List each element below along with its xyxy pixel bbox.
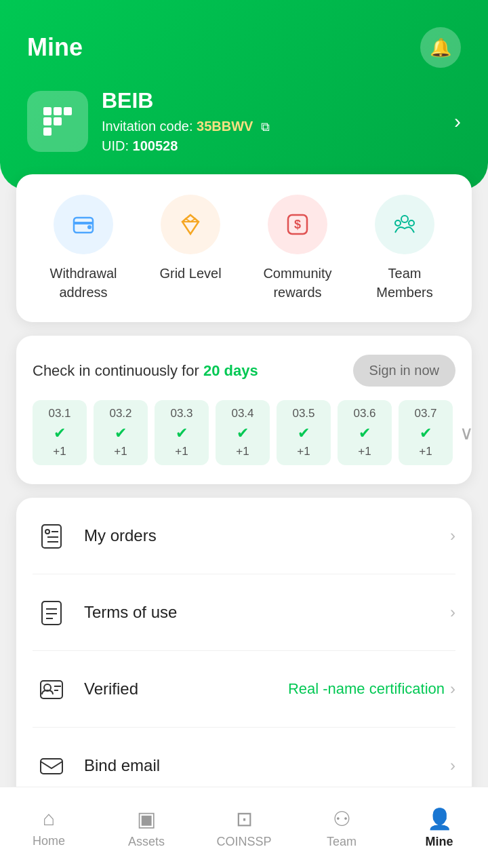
profile-invite: Invitation code: 35BBWV ⧉ — [102, 119, 454, 134]
nav-home-label: Home — [33, 834, 65, 848]
check-icon: ✔ — [99, 425, 142, 442]
day-plus: +1 — [160, 445, 203, 458]
action-team[interactable]: TeamMembers — [357, 195, 452, 302]
day-date: 03.2 — [99, 407, 142, 420]
team-nav-icon: ⚇ — [333, 807, 351, 831]
dollar-icon: $ — [285, 212, 310, 237]
menu-right-orders: › — [450, 526, 455, 545]
verified-icon — [33, 670, 70, 708]
checkin-days-row: 03.1 ✔ +1 03.2 ✔ +1 03.3 ✔ +1 03.4 ✔ +1 … — [33, 400, 455, 465]
profile-info: BEIB Invitation code: 35BBWV ⧉ UID: 1005… — [102, 88, 454, 154]
checkin-day-item: 03.1 ✔ +1 — [33, 400, 87, 465]
checkin-day-item: 03.2 ✔ +1 — [94, 400, 148, 465]
day-date: 03.4 — [221, 407, 264, 420]
checkin-day-item: 03.6 ✔ +1 — [338, 400, 392, 465]
chevron-icon-orders: › — [450, 526, 455, 545]
menu-right-terms: › — [450, 603, 455, 622]
check-icon: ✔ — [343, 425, 386, 442]
checkin-days-value: 20 days — [203, 362, 258, 379]
wallet-icon — [71, 212, 96, 237]
checkin-prefix: Check in continuously for — [33, 362, 203, 379]
uid-label: UID: — [102, 138, 129, 153]
svg-rect-21 — [41, 759, 62, 774]
svg-point-6 — [395, 220, 401, 226]
menu-label-orders: My orders — [84, 526, 450, 545]
chevron-icon-terms: › — [450, 603, 455, 622]
nav-mine[interactable]: 👤 Mine — [395, 807, 483, 849]
day-plus: +1 — [99, 445, 142, 458]
email-icon — [33, 747, 70, 785]
invite-code: 35BBWV — [197, 119, 253, 134]
bottom-nav: ⌂ Home ▣ Assets ⊡ COINSSP ⚇ Team 👤 Mine — [0, 787, 488, 868]
action-community[interactable]: $ Communityrewards — [250, 195, 345, 302]
mine-icon: 👤 — [427, 807, 452, 831]
profile-name: BEIB — [102, 88, 454, 113]
menu-item-verified[interactable]: Verified Real -name certification › — [33, 651, 455, 728]
diamond-icon — [178, 212, 203, 237]
uid-value: 100528 — [133, 138, 178, 153]
bell-button[interactable]: 🔔 — [420, 27, 461, 68]
grid-icon-wrap — [161, 195, 220, 254]
nav-coinssp[interactable]: ⊡ COINSSP — [200, 807, 288, 849]
svg-rect-17 — [41, 681, 62, 698]
chevron-icon-email: › — [450, 756, 455, 775]
menu-item-terms[interactable]: Terms of use › — [33, 574, 455, 651]
invite-label: Invitation code: — [102, 119, 193, 134]
day-plus: +1 — [404, 445, 447, 458]
nav-mine-label: Mine — [425, 835, 453, 849]
day-plus: +1 — [343, 445, 386, 458]
nav-team[interactable]: ⚇ Team — [298, 807, 386, 849]
checkin-expand-icon[interactable]: ∨ — [460, 422, 474, 444]
copy-icon: ⧉ — [261, 120, 270, 134]
checkin-day-item: 03.4 ✔ +1 — [216, 400, 270, 465]
menu-label-terms: Terms of use — [84, 603, 450, 622]
checkin-text: Check in continuously for 20 days — [33, 362, 258, 380]
check-icon: ✔ — [221, 425, 264, 442]
profile-section[interactable]: BEIB Invitation code: 35BBWV ⧉ UID: 1005… — [0, 81, 488, 174]
svg-point-7 — [409, 220, 414, 226]
home-icon: ⌂ — [43, 807, 55, 830]
menu-right-email: › — [450, 756, 455, 775]
svg-point-5 — [401, 216, 408, 222]
profile-logo — [27, 91, 88, 152]
community-label: Communityrewards — [263, 264, 331, 302]
action-withdrawal[interactable]: Withdrawaladdress — [36, 195, 131, 302]
menu-item-orders[interactable]: My orders › — [33, 498, 455, 574]
menu-label-email: Bind email — [84, 756, 450, 775]
menu-sub-verified: Real -name certification — [288, 680, 445, 698]
signin-button[interactable]: Sign in now — [353, 355, 455, 387]
menu-label-verified: Verified — [84, 679, 288, 698]
page-title: Mine — [27, 33, 83, 62]
svg-text:$: $ — [294, 218, 301, 231]
checkin-day-item: 03.5 ✔ +1 — [277, 400, 331, 465]
orders-icon — [33, 517, 70, 555]
community-icon-wrap: $ — [268, 195, 327, 254]
bell-icon: 🔔 — [430, 37, 451, 58]
checkin-day-item: 03.3 ✔ +1 — [155, 400, 209, 465]
svg-rect-0 — [74, 218, 93, 233]
day-date: 03.6 — [343, 407, 386, 420]
terms-icon — [33, 593, 70, 631]
check-icon: ✔ — [404, 425, 447, 442]
withdrawal-icon-wrap — [54, 195, 113, 254]
checkin-day-item: 03.7 ✔ +1 — [399, 400, 453, 465]
nav-home[interactable]: ⌂ Home — [5, 807, 93, 848]
check-icon: ✔ — [38, 425, 81, 442]
nav-assets[interactable]: ▣ Assets — [102, 807, 190, 849]
svg-rect-1 — [74, 222, 93, 224]
profile-chevron-icon: › — [454, 110, 461, 133]
day-date: 03.3 — [160, 407, 203, 420]
svg-point-2 — [87, 225, 92, 229]
nav-coinssp-label: COINSSP — [216, 835, 271, 849]
chevron-icon-verified: › — [450, 679, 455, 698]
coinssp-icon: ⊡ — [236, 807, 253, 831]
action-grid[interactable]: Grid Level — [143, 195, 238, 283]
day-date: 03.1 — [38, 407, 81, 420]
assets-icon: ▣ — [137, 807, 156, 831]
svg-point-9 — [45, 530, 49, 534]
day-plus: +1 — [38, 445, 81, 458]
day-plus: +1 — [221, 445, 264, 458]
withdrawal-label: Withdrawaladdress — [50, 264, 117, 302]
grid-label: Grid Level — [159, 264, 221, 283]
team-members-label: TeamMembers — [376, 264, 432, 302]
